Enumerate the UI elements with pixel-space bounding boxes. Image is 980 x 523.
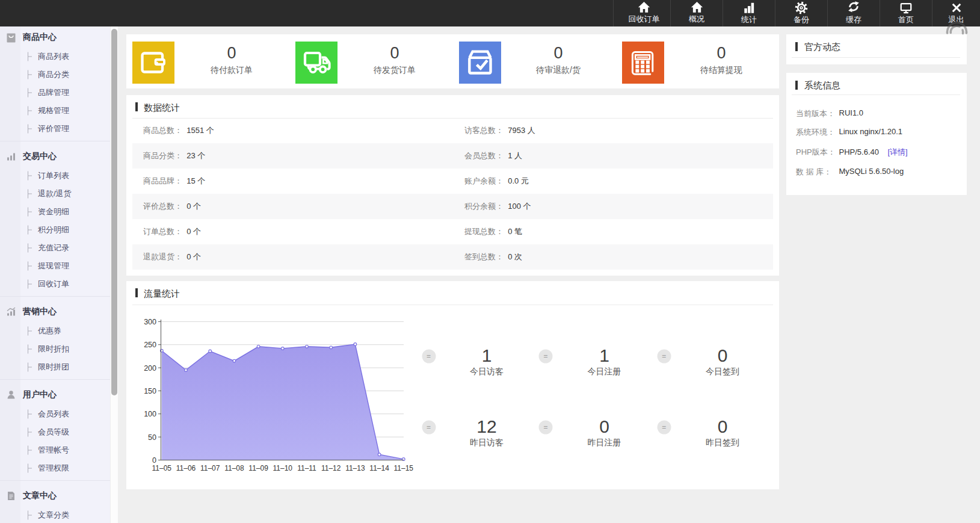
svg-text:11–07: 11–07: [200, 464, 220, 472]
svg-text:11–15: 11–15: [394, 464, 414, 472]
svg-text:100: 100: [144, 410, 156, 418]
svg-text:11–08: 11–08: [224, 464, 244, 472]
svg-text:11–10: 11–10: [273, 464, 293, 472]
svg-text:150: 150: [144, 387, 156, 395]
svg-text:0: 0: [152, 456, 156, 465]
svg-text:11–06: 11–06: [176, 464, 196, 472]
svg-text:11–05: 11–05: [152, 464, 172, 472]
svg-text:200: 200: [144, 364, 156, 373]
svg-text:50: 50: [148, 433, 156, 442]
svg-text:11–14: 11–14: [369, 464, 389, 472]
svg-text:250: 250: [144, 341, 156, 349]
svg-text:300: 300: [144, 318, 156, 326]
svg-text:11–11: 11–11: [297, 464, 316, 472]
svg-text:11–13: 11–13: [345, 464, 365, 472]
svg-text:11–12: 11–12: [321, 464, 341, 472]
svg-text:11–09: 11–09: [248, 464, 268, 472]
